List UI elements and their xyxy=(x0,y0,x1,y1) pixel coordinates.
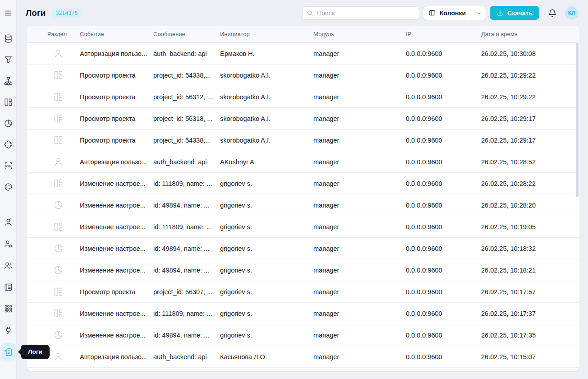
module-cell: manager xyxy=(313,137,406,144)
sidebar-item-user-settings[interactable] xyxy=(0,233,16,254)
table-row[interactable]: Просмотр проектаproject_id: 56318, ...sk… xyxy=(27,108,579,129)
table-row[interactable]: Изменение настрое...id: 49894, name: ...… xyxy=(27,238,579,259)
table-row[interactable]: Изменение настрое...id: 49894, name: ...… xyxy=(27,194,579,216)
logs-icon xyxy=(4,347,13,357)
avatar[interactable]: КЛ xyxy=(565,6,579,20)
column-header-datetime[interactable]: Дата и время xyxy=(481,31,579,37)
initiator-cell: skorobogatko A.I. xyxy=(220,115,313,122)
sidebar-item-logs[interactable] xyxy=(0,341,16,363)
event-cell: Изменение настрое... xyxy=(80,223,153,231)
sidebar-item-plugins[interactable] xyxy=(0,134,16,155)
module-cell: manager xyxy=(313,158,406,166)
sidebar-item-database[interactable] xyxy=(0,28,16,49)
menu-toggle-button[interactable] xyxy=(0,0,16,26)
table-row[interactable]: Авторизация пользо...auth_backend: apiЕр… xyxy=(27,43,579,65)
layout-icon xyxy=(53,92,64,102)
message-cell: project_id: 54338,... xyxy=(153,137,220,144)
search-input[interactable] xyxy=(302,6,419,20)
datetime-cell: 26.02.25, 10:17:57 xyxy=(481,288,579,296)
table-row[interactable]: Изменение настрое...id: 49894, name: ...… xyxy=(27,324,579,346)
search-box xyxy=(302,6,419,20)
message-cell: id: 49894, name: ... xyxy=(153,332,220,339)
sidebar-item-apps[interactable] xyxy=(0,298,16,319)
sidebar-item-svg-assets[interactable]: SVG xyxy=(0,155,16,176)
page-title: Логи xyxy=(26,8,46,18)
module-cell: manager xyxy=(313,332,406,339)
sitemap-icon xyxy=(4,76,13,86)
ip-cell: 0.0.0.0:9600 xyxy=(406,288,481,296)
search-icon xyxy=(306,9,313,17)
pie-chart-icon xyxy=(53,243,64,254)
columns-dropdown-button[interactable] xyxy=(472,6,486,20)
table-row[interactable]: Просмотр проектаproject_id: 54338,...sko… xyxy=(27,65,579,86)
column-header-section[interactable]: Раздел xyxy=(27,31,80,37)
message-cell: id: 111809, name: ... xyxy=(153,223,220,231)
datetime-cell: 26.02.25, 10:17:37 xyxy=(481,310,579,317)
columns-button[interactable]: Колонки xyxy=(423,6,472,20)
initiator-cell: grigoriev s. xyxy=(220,223,313,231)
plug-icon xyxy=(4,326,13,335)
datetime-cell: 26.02.25, 10:29:17 xyxy=(481,137,579,144)
layout-icon xyxy=(53,135,64,145)
svg-text:SVG: SVG xyxy=(5,164,11,167)
message-cell: project_id: 56312, ... xyxy=(153,93,220,101)
sidebar-item-profile[interactable] xyxy=(0,211,16,233)
section-cell xyxy=(27,265,80,275)
initiator-cell: skorobogatko A.I. xyxy=(220,137,313,144)
notifications-button[interactable] xyxy=(547,8,557,18)
sidebar-item-structure[interactable] xyxy=(0,70,16,92)
sidebar-item-users[interactable] xyxy=(0,254,16,276)
table-row[interactable]: Просмотр проектаproject_id: 54338,...sko… xyxy=(27,129,579,151)
pie-chart-icon xyxy=(4,119,13,128)
column-header-ip[interactable]: IP xyxy=(406,31,481,37)
section-cell xyxy=(27,113,80,124)
table-scrollbar-thumb[interactable] xyxy=(576,43,579,197)
table-row[interactable]: Изменение настрое...id: 49894, name: ...… xyxy=(27,259,579,281)
section-cell xyxy=(27,330,80,340)
download-button[interactable]: Скачать xyxy=(490,6,539,20)
event-cell: Изменение настрое... xyxy=(80,332,153,339)
sidebar-item-projects[interactable] xyxy=(0,92,16,113)
section-cell xyxy=(27,70,80,80)
section-cell xyxy=(27,135,80,145)
module-cell: manager xyxy=(313,223,406,231)
datetime-cell: 26.02.25, 10:28:22 xyxy=(481,180,579,187)
puzzle-icon xyxy=(4,140,13,149)
table-body: Авторизация пользо...auth_backend: apiЕр… xyxy=(27,43,579,368)
table-row[interactable]: Авторизация пользо...auth_backend: apiКа… xyxy=(27,346,579,368)
table-row[interactable]: Просмотр проектаproject_id: 56312, ...sk… xyxy=(27,86,579,108)
ip-cell: 0.0.0.0:9600 xyxy=(406,158,481,166)
sidebar-item-ledger[interactable] xyxy=(0,276,16,298)
topbar: Логи 3214376 Колонки Скачать КЛ xyxy=(17,0,588,26)
datetime-cell: 26.02.25, 10:17:35 xyxy=(481,332,579,339)
datetime-cell: 26.02.25, 10:18:32 xyxy=(481,245,579,252)
bell-icon xyxy=(547,8,557,18)
column-header-message[interactable]: Сообщение xyxy=(153,31,220,37)
initiator-cell: grigoriev s. xyxy=(220,180,313,187)
sidebar-item-themes[interactable] xyxy=(0,176,16,198)
topbar-actions: Колонки Скачать КЛ xyxy=(302,6,579,20)
column-header-module[interactable]: Модуль xyxy=(313,31,406,37)
module-cell: manager xyxy=(313,72,406,79)
event-cell: Изменение настрое... xyxy=(80,310,153,317)
ip-cell: 0.0.0.0:9600 xyxy=(406,245,481,252)
module-cell: manager xyxy=(313,202,406,209)
datetime-cell: 26.02.25, 10:29:17 xyxy=(481,115,579,122)
layout-icon xyxy=(53,308,64,319)
sidebar-item-analytics[interactable] xyxy=(0,113,16,134)
ip-cell: 0.0.0.0:9600 xyxy=(406,137,481,144)
column-header-event[interactable]: Событие xyxy=(80,31,153,37)
message-cell: auth_backend: api xyxy=(153,353,220,361)
table-row[interactable]: Изменение настрое...id: 111809, name: ..… xyxy=(27,216,579,238)
column-header-initiator[interactable]: Инициатор xyxy=(220,31,313,37)
ledger-icon xyxy=(4,282,13,292)
initiator-cell: skorobogatko A.I. xyxy=(220,72,313,79)
table-row[interactable]: Авторизация пользо...auth_backend: apiAK… xyxy=(27,151,579,173)
table-row[interactable]: Изменение настрое...id: 111809, name: ..… xyxy=(27,303,579,324)
sidebar-item-filters[interactable] xyxy=(0,49,16,70)
ip-cell: 0.0.0.0:9600 xyxy=(406,310,481,317)
hamburger-icon xyxy=(4,9,13,18)
sidebar-item-integrations[interactable] xyxy=(0,319,16,341)
table-row[interactable]: Просмотр проектаproject_id: 56307, ...gr… xyxy=(27,281,579,303)
table-row[interactable]: Изменение настрое...id: 111809, name: ..… xyxy=(27,173,579,194)
